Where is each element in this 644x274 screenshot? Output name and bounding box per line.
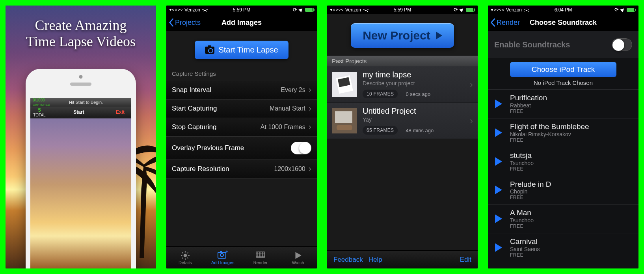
project-row[interactable]: my time lapseDescribe your project10 FRA… xyxy=(327,66,478,103)
feedback-link[interactable]: Feedback xyxy=(333,256,363,264)
project-thumbnail xyxy=(332,72,357,97)
status-bar: Verizon 6:04 PM ⟳ xyxy=(488,6,638,14)
tab-label: Render xyxy=(253,260,268,265)
total-counter: 5 TOTAL xyxy=(30,107,48,117)
play-icon xyxy=(436,32,442,39)
section-capture-settings: Capture Settings xyxy=(166,63,317,81)
phone-screen: 0/1000 CAPTURED Hit Start to Begin. 5 TO… xyxy=(30,98,131,268)
frame-count-badge: 10 FRAMES xyxy=(363,90,398,98)
project-title: Untitled Project xyxy=(363,107,464,116)
svg-rect-10 xyxy=(335,111,352,123)
tab-watch[interactable]: Watch xyxy=(279,247,317,268)
track-title: stutsja xyxy=(510,151,534,160)
start-time-lapse-button[interactable]: Start Time Lapse xyxy=(195,41,288,59)
svg-text:+: + xyxy=(225,250,228,255)
hero-headline-l1: Create Amazing xyxy=(6,17,156,34)
play-icon[interactable] xyxy=(495,243,502,252)
setting-label: Stop Capturing xyxy=(172,123,216,131)
svg-rect-11 xyxy=(337,125,352,130)
project-thumbnail xyxy=(332,108,357,133)
setting-label: Start Capturing xyxy=(172,105,217,113)
choose-ipod-track-button[interactable]: Choose iPod Track xyxy=(510,62,616,77)
play-icon[interactable] xyxy=(495,128,502,137)
setting-row[interactable]: Stop CapturingAt 1000 Frames› xyxy=(166,118,317,137)
phone-mockup: 0/1000 CAPTURED Hit Start to Begin. 5 TO… xyxy=(26,69,136,268)
new-project-button[interactable]: New Project xyxy=(351,23,454,48)
carrier-label: Verizon xyxy=(184,7,200,13)
chevron-left-icon xyxy=(169,18,174,27)
track-row[interactable]: PurificationRabbeatFREE xyxy=(488,89,638,118)
svg-point-0 xyxy=(183,254,187,257)
setting-row[interactable]: Capture Resolution1200x1600› xyxy=(166,160,317,178)
tab-icon: + xyxy=(218,250,228,259)
tab-add-images[interactable]: +Add Images xyxy=(204,247,242,268)
project-title: my time lapse xyxy=(363,70,464,79)
track-row[interactable]: stutsjaTsunchooFREE xyxy=(488,147,638,176)
track-row[interactable]: CarnivalSaint SaensFREE xyxy=(488,233,638,262)
location-icon xyxy=(298,7,303,12)
battery-icon xyxy=(305,8,314,12)
exit-button[interactable]: Exit xyxy=(109,109,131,115)
setting-row[interactable]: Overlay Previous Frame xyxy=(166,137,317,160)
enable-soundtracks-row: Enable Soundtracks xyxy=(488,31,638,58)
play-icon[interactable] xyxy=(495,157,502,166)
tab-render[interactable]: Render xyxy=(242,247,279,268)
setting-row[interactable]: Start CapturingManual Start› xyxy=(166,99,317,118)
svg-rect-2 xyxy=(220,251,222,252)
back-button[interactable]: Render xyxy=(488,18,520,27)
tab-label: Add Images xyxy=(211,260,235,265)
location-icon xyxy=(620,7,625,12)
chevron-right-icon: › xyxy=(309,106,311,111)
track-title: Prelude in D xyxy=(510,180,551,189)
track-price: FREE xyxy=(510,252,540,258)
enable-soundtracks-switch[interactable] xyxy=(612,38,632,51)
tab-icon xyxy=(293,250,303,259)
track-row[interactable]: Prelude in DChopinFREE xyxy=(488,176,638,205)
hero-headline-l2: Time Lapse Videos xyxy=(6,34,156,50)
project-age: 0 secs ago xyxy=(406,91,430,97)
chevron-right-icon: › xyxy=(470,79,473,90)
status-bar: Verizon 5:59 PM ⟳ xyxy=(166,6,317,14)
project-description: Yay xyxy=(363,116,464,123)
toggle-switch[interactable] xyxy=(291,142,311,154)
help-link[interactable]: Help xyxy=(369,256,382,264)
project-description: Describe your project xyxy=(363,80,464,86)
project-row[interactable]: Untitled ProjectYay65 FRAMES48 mins ago› xyxy=(327,103,478,139)
play-icon[interactable] xyxy=(495,214,502,223)
add-images-panel: Verizon 5:59 PM ⟳ Projects Add Images St… xyxy=(166,6,317,268)
track-artist: Saint Saens xyxy=(510,246,540,252)
track-artist: Rabbeat xyxy=(510,102,547,109)
track-price: FREE xyxy=(510,109,547,114)
frame-count-badge: 65 FRAMES xyxy=(363,126,398,135)
chevron-right-icon: › xyxy=(309,87,311,92)
battery-icon xyxy=(466,8,475,12)
setting-row[interactable]: Snap IntervalEvery 2s› xyxy=(166,81,317,99)
chevron-left-icon xyxy=(490,18,496,27)
wifi-icon xyxy=(363,8,369,12)
track-artist: Chopin xyxy=(510,188,551,195)
no-track-chosen-label: No iPod Track Chosen xyxy=(488,79,638,86)
clock: 5:59 PM xyxy=(233,7,251,13)
bottom-toolbar: Feedback Help Edit xyxy=(327,250,478,268)
nav-bar: Render Choose Soundtrack xyxy=(488,14,638,31)
start-button[interactable]: Start xyxy=(48,109,109,115)
back-button[interactable]: Projects xyxy=(166,18,201,27)
track-price: FREE xyxy=(510,195,551,200)
setting-value: Manual Start› xyxy=(270,105,311,112)
tab-icon xyxy=(180,250,190,259)
track-list: PurificationRabbeatFREEFlight of the Bum… xyxy=(488,89,638,262)
setting-value: 1200x1600› xyxy=(274,165,311,173)
setting-value: At 1000 Frames› xyxy=(261,124,311,131)
tab-bar: Details+Add ImagesRenderWatch xyxy=(166,246,317,268)
captured-counter: 0/1000 CAPTURED xyxy=(30,98,52,107)
tab-details[interactable]: Details xyxy=(166,247,204,268)
play-icon[interactable] xyxy=(495,99,502,108)
location-icon xyxy=(459,7,464,12)
soundtrack-panel: Verizon 6:04 PM ⟳ Render Choose Soundtra… xyxy=(488,6,638,268)
edit-button[interactable]: Edit xyxy=(460,256,471,264)
status-bar: Verizon 5:59 PM ⟳ xyxy=(327,6,478,14)
wifi-icon xyxy=(524,8,529,12)
track-row[interactable]: Flight of the BumblebeeNikolai Rimsky-Ko… xyxy=(488,118,638,147)
play-icon[interactable] xyxy=(495,186,502,194)
track-row[interactable]: A ManTsunchooFREE xyxy=(488,204,638,233)
